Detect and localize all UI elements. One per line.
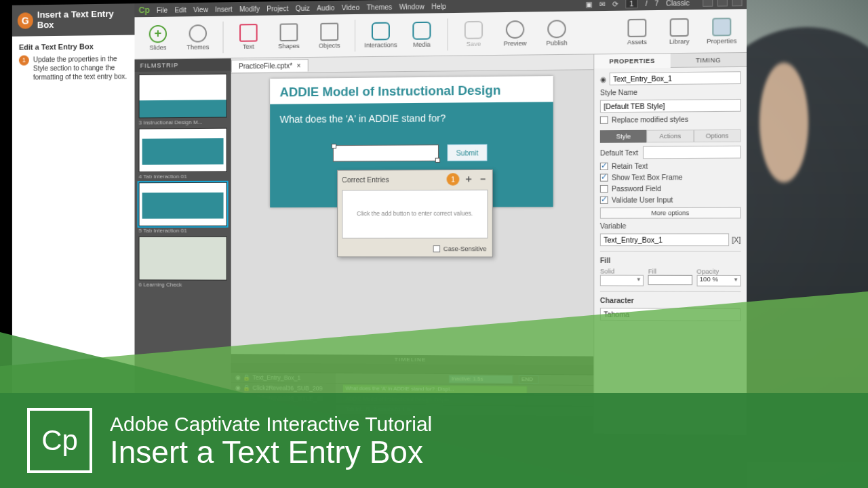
menu-themes[interactable]: Themes [367, 3, 393, 11]
style-name-dropdown[interactable] [600, 99, 741, 113]
menu-edit[interactable]: Edit [174, 6, 186, 14]
ribbon-media-button[interactable]: Media [402, 16, 442, 54]
menu-audio[interactable]: Audio [317, 4, 334, 12]
filmstrip-header: FILMSTRIP [134, 58, 231, 72]
subtab-actions[interactable]: Actions [647, 129, 694, 142]
timeline-segment[interactable]: Inactive: 1.5s [449, 375, 513, 384]
more-options-button[interactable]: More options [600, 207, 741, 219]
ribbon-slides-button[interactable]: Slides [139, 19, 178, 56]
timeline-segment[interactable]: ADDIE Model of Instructional Design :Dis… [342, 394, 527, 405]
tutorial-logo-icon: G [18, 12, 33, 28]
captivate-app: Cp File Edit View Insert Modify Project … [134, 0, 747, 435]
ribbon-interactions-button[interactable]: Interactions [361, 16, 400, 54]
toolbar-mail-icon[interactable]: ✉ [599, 0, 606, 7]
menu-project[interactable]: Project [267, 5, 288, 13]
ribbon-library-button[interactable]: Library [659, 12, 700, 51]
filmstrip-panel: FILMSTRIP 3 Instructional Design M... 4 … [134, 58, 231, 429]
replace-styles-checkbox[interactable]: Replace modified styles [600, 115, 741, 124]
variable-clear-icon[interactable]: [X] [732, 236, 741, 243]
window-maximize-icon[interactable] [717, 0, 728, 7]
fill-color-swatch[interactable] [648, 275, 692, 285]
validate-checkbox[interactable]: Validate User Input [600, 196, 741, 204]
timeline-row-label: ◉🔒 Click2Reveal36_TITLE_49 [231, 393, 336, 404]
app-logo: Cp [139, 5, 150, 15]
window-close-icon[interactable] [732, 0, 742, 6]
variable-dropdown[interactable] [600, 233, 729, 246]
add-entry-icon[interactable]: ＋ [464, 173, 474, 186]
remove-entry-icon[interactable]: － [478, 173, 488, 186]
slide-sep: / [646, 0, 648, 7]
slide-question: What does the 'A' in ADDIE stand for? [280, 112, 543, 125]
ribbon-preview-button[interactable]: Preview [495, 14, 535, 52]
opacity-field[interactable]: 100 % [696, 275, 741, 287]
case-sensitive-checkbox[interactable] [433, 245, 440, 252]
monitor-bezel: G Insert a Text Entry Box Edit a Text En… [0, 0, 747, 488]
ribbon-themes-button[interactable]: Themes [178, 18, 217, 56]
tab-timing[interactable]: TIMING [670, 53, 747, 68]
ribbon-text-button[interactable]: Text [229, 18, 268, 55]
fill-solid-label: Solid [600, 268, 644, 274]
timeline-row-label: ◉🔒 Click2Reveal36_SUB_209 [231, 383, 336, 394]
tab-properties[interactable]: PROPERTIES [594, 54, 670, 68]
menu-video[interactable]: Video [342, 3, 359, 12]
popup-title: Correct Entries [342, 176, 389, 183]
retain-text-checkbox[interactable]: Retain Text [600, 162, 741, 170]
case-sensitive-label: Case-Sensitive [443, 245, 487, 252]
default-text-label: Default Text [600, 148, 638, 157]
show-frame-checkbox[interactable]: Show Text Box Frame [600, 174, 741, 182]
window-minimize-icon[interactable] [703, 0, 713, 7]
menu-file[interactable]: File [157, 6, 167, 14]
document-tab[interactable]: PracticeFile.cptx* × [231, 59, 309, 72]
style-name-label: Style Name [600, 87, 741, 96]
ribbon-objects-button[interactable]: Objects [310, 17, 349, 55]
fill-section-header: Fill [600, 257, 741, 265]
timeline-panel: TIMELINE ◉🔒 Text_Entry_Box_1Inactive: 1.… [231, 354, 593, 433]
tutorial-title: Insert a Text Entry Box [37, 9, 130, 30]
toolbar-sync-icon[interactable]: ⟳ [612, 0, 618, 7]
default-text-field[interactable] [643, 146, 741, 159]
menu-quiz[interactable]: Quiz [296, 4, 310, 12]
ribbon-shapes-button[interactable]: Shapes [269, 17, 309, 55]
filmstrip-thumb[interactable]: 4 Tab Interaction 01 [139, 128, 227, 180]
slide-title: ADDIE Model of Instructional Design [270, 76, 553, 104]
menu-modify[interactable]: Modify [239, 5, 260, 13]
filmstrip-thumb[interactable]: 6 Learning Check [139, 237, 227, 288]
ribbon-assets-button[interactable]: Assets [616, 13, 657, 52]
timeline-segment[interactable]: What does the 'A' in ADDIE stand for? :D… [342, 384, 527, 394]
ribbon-toolbar: Slides Themes Text Shapes Objects Intera… [134, 9, 747, 60]
submit-button[interactable]: Submit [448, 144, 488, 161]
menu-window[interactable]: Window [399, 3, 425, 11]
filmstrip-thumb-selected[interactable]: 5 Tab Interaction 01 [139, 182, 227, 234]
close-tab-icon[interactable]: × [296, 62, 300, 69]
font-dropdown[interactable] [600, 308, 741, 321]
opacity-label: Opacity [696, 268, 741, 275]
password-checkbox[interactable]: Password Field [600, 184, 741, 192]
menu-help[interactable]: Help [431, 2, 446, 10]
menu-insert[interactable]: Insert [215, 5, 233, 13]
slide-current[interactable]: 1 [625, 0, 638, 8]
ribbon-properties-button[interactable]: Properties [701, 12, 743, 50]
correct-entries-popup: Correct Entries 1 ＋ － Click the add butt… [337, 169, 493, 258]
text-entry-box[interactable] [333, 144, 439, 161]
workspace-dropdown[interactable]: Classic [666, 0, 690, 7]
object-name-field[interactable] [610, 71, 741, 85]
slide: ADDIE Model of Instructional Design What… [270, 76, 553, 207]
ribbon-save-button: Save [454, 15, 494, 53]
toolbar-record-icon[interactable]: ▣ [585, 0, 592, 8]
timeline-row-label: ◉🔒 Tab Interaction [231, 403, 336, 414]
menu-view[interactable]: View [193, 5, 208, 13]
properties-panel: PROPERTIES TIMING ◉ Style Name Replace m… [593, 53, 747, 435]
subtab-options[interactable]: Options [694, 129, 741, 142]
subtab-style[interactable]: Style [600, 130, 647, 143]
ribbon-publish-button[interactable]: Publish [536, 14, 576, 52]
tutorial-section: Edit a Text Entry Box [19, 42, 128, 52]
timeline-row-label: ◉🔒 Text_Entry_Box_1 [231, 373, 336, 383]
filmstrip-thumb[interactable]: 3 Instructional Design M... [139, 74, 227, 126]
timeline-segment[interactable]: Tab Int...f1_2-assets-01:1.5s [342, 405, 527, 415]
popup-hint: Click the add button to enter correct va… [342, 190, 488, 239]
fill-type-dropdown[interactable] [600, 275, 644, 287]
timeline-end-marker: END [519, 375, 539, 384]
slide-canvas[interactable]: ADDIE Model of Instructional Design What… [231, 70, 593, 356]
visibility-eye-icon[interactable]: ◉ [600, 75, 607, 83]
popup-callout-badge: 1 [447, 173, 460, 186]
